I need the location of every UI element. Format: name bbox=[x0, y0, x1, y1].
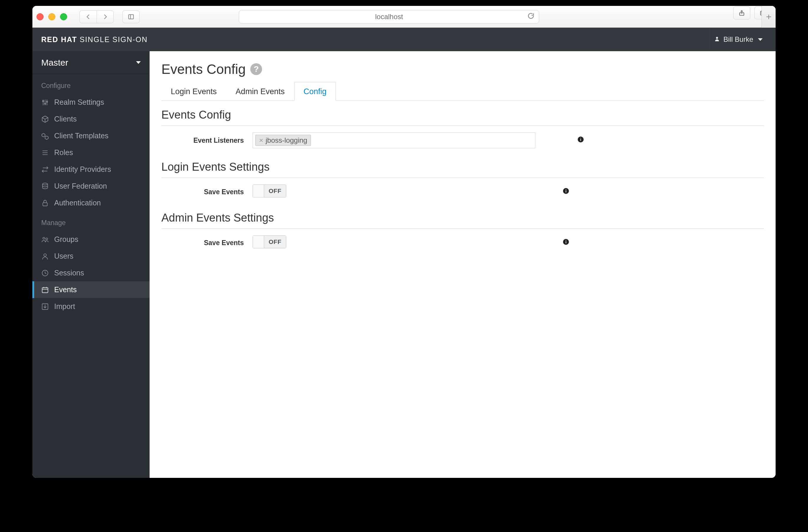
clock-icon bbox=[41, 269, 49, 277]
sidebar-item-label: User Federation bbox=[54, 182, 107, 190]
svg-rect-24 bbox=[42, 287, 48, 292]
realm-name: Master bbox=[41, 58, 68, 68]
sidebar-item-authentication[interactable]: Authentication bbox=[32, 194, 150, 211]
share-button[interactable] bbox=[733, 6, 750, 19]
sidebar-item-groups[interactable]: Groups bbox=[32, 231, 150, 248]
sidebar-item-label: Sessions bbox=[54, 269, 84, 277]
label-admin-save-events: Save Events bbox=[161, 239, 253, 247]
info-icon[interactable] bbox=[577, 136, 584, 143]
tabs: Login Events Admin Events Config bbox=[161, 82, 764, 101]
sidebar-item-label: Realm Settings bbox=[54, 98, 104, 107]
page-title-text: Events Config bbox=[161, 61, 245, 77]
forward-button[interactable] bbox=[96, 10, 114, 23]
sidebar-item-label: Import bbox=[54, 302, 75, 311]
row-event-listeners: Event Listeners × jboss-logging bbox=[161, 127, 764, 154]
sidebar-item-user-federation[interactable]: User Federation bbox=[32, 178, 150, 194]
section-label-manage: Manage bbox=[32, 211, 150, 231]
new-tab-button[interactable]: + bbox=[761, 6, 776, 28]
svg-rect-35 bbox=[566, 189, 566, 190]
toggle-knob bbox=[253, 236, 264, 248]
chip-jboss-logging[interactable]: × jboss-logging bbox=[255, 135, 311, 146]
info-icon[interactable] bbox=[563, 238, 569, 245]
brand-bold: RED HAT bbox=[41, 35, 77, 43]
sidebar-item-identity-providers[interactable]: Identity Providers bbox=[32, 161, 150, 178]
lock-icon bbox=[41, 199, 49, 207]
user-name: Bill Burke bbox=[723, 35, 753, 43]
close-window-button[interactable] bbox=[37, 13, 43, 20]
tab-login-events[interactable]: Login Events bbox=[161, 82, 226, 101]
section-admin-events: Admin Events Settings bbox=[161, 212, 764, 229]
sidebar-item-label: Client Templates bbox=[54, 132, 108, 140]
svg-rect-0 bbox=[129, 14, 134, 19]
row-login-save-events: Save Events OFF bbox=[161, 179, 764, 205]
sidebar-item-users[interactable]: Users bbox=[32, 248, 150, 265]
sidebar-item-label: Events bbox=[54, 285, 77, 294]
sliders-icon bbox=[41, 99, 49, 106]
sidebar-item-clients[interactable]: Clients bbox=[32, 111, 150, 128]
svg-point-22 bbox=[44, 254, 47, 256]
tab-label: Login Events bbox=[171, 87, 217, 96]
window-controls bbox=[37, 13, 67, 20]
label-login-save-events: Save Events bbox=[161, 188, 253, 196]
event-listeners-input[interactable]: × jboss-logging bbox=[253, 132, 535, 148]
sidebar-item-realm-settings[interactable]: Realm Settings bbox=[32, 94, 150, 111]
browser-window: localhost + RED HAT SINGLE SIGN-ON Bill … bbox=[32, 6, 776, 478]
help-icon[interactable]: ? bbox=[250, 63, 262, 75]
sidebar-item-sessions[interactable]: Sessions bbox=[32, 265, 150, 281]
sidebar-toggle-button[interactable] bbox=[123, 10, 140, 23]
svg-point-21 bbox=[45, 238, 48, 240]
app-header: RED HAT SINGLE SIGN-ON Bill Burke bbox=[32, 28, 776, 51]
svg-rect-34 bbox=[566, 190, 566, 192]
cube-icon bbox=[41, 115, 49, 123]
info-icon[interactable] bbox=[563, 187, 569, 194]
page-title: Events Config ? bbox=[161, 61, 764, 77]
tab-admin-events[interactable]: Admin Events bbox=[226, 82, 294, 101]
toggle-state: OFF bbox=[264, 185, 286, 197]
realm-selector[interactable]: Master bbox=[32, 51, 150, 74]
fullscreen-window-button[interactable] bbox=[60, 13, 67, 20]
toggle-knob bbox=[253, 185, 264, 197]
chip-label: jboss-logging bbox=[265, 136, 307, 145]
sidebar-item-events[interactable]: Events bbox=[32, 281, 150, 298]
sidebar-item-import[interactable]: Import bbox=[32, 298, 150, 315]
toggle-state: OFF bbox=[264, 236, 286, 248]
browser-chrome: localhost + bbox=[32, 6, 776, 28]
sidebar-item-label: Authentication bbox=[54, 198, 101, 207]
cubes-icon bbox=[41, 132, 49, 140]
svg-rect-19 bbox=[43, 203, 47, 206]
database-icon bbox=[41, 183, 49, 190]
address-bar[interactable]: localhost bbox=[239, 10, 539, 23]
address-text: localhost bbox=[375, 13, 403, 21]
exchange-icon bbox=[41, 166, 49, 173]
sidebar-item-client-templates[interactable]: Client Templates bbox=[32, 128, 150, 144]
sidebar: Master Configure Realm Settings Clients bbox=[32, 51, 150, 478]
chevron-down-icon bbox=[136, 61, 141, 64]
list-icon bbox=[41, 149, 49, 156]
sidebar-item-label: Clients bbox=[54, 115, 77, 123]
sidebar-item-label: Groups bbox=[54, 235, 78, 244]
toggle-login-save-events[interactable]: OFF bbox=[253, 185, 286, 197]
sidebar-item-label: Users bbox=[54, 252, 73, 261]
svg-point-5 bbox=[716, 37, 718, 39]
brand-logo: RED HAT SINGLE SIGN-ON bbox=[41, 35, 148, 44]
minimize-window-button[interactable] bbox=[48, 13, 55, 20]
back-button[interactable] bbox=[79, 10, 96, 23]
tab-config[interactable]: Config bbox=[294, 82, 336, 101]
reload-icon[interactable] bbox=[527, 12, 535, 21]
remove-chip-icon[interactable]: × bbox=[259, 137, 263, 144]
toggle-admin-save-events[interactable]: OFF bbox=[253, 235, 286, 248]
calendar-icon bbox=[41, 286, 49, 294]
svg-point-18 bbox=[42, 183, 48, 185]
section-login-events: Login Events Settings bbox=[161, 161, 764, 178]
svg-rect-38 bbox=[566, 240, 566, 241]
sidebar-item-roles[interactable]: Roles bbox=[32, 144, 150, 161]
main-content: Events Config ? Login Events Admin Event… bbox=[150, 51, 776, 478]
sidebar-item-label: Roles bbox=[54, 148, 73, 157]
section-label-configure: Configure bbox=[32, 74, 150, 94]
svg-rect-37 bbox=[566, 241, 566, 243]
label-event-listeners: Event Listeners bbox=[161, 136, 253, 145]
user-icon bbox=[41, 252, 49, 260]
group-icon bbox=[41, 236, 49, 243]
tab-label: Config bbox=[304, 87, 327, 96]
user-menu[interactable]: Bill Burke bbox=[710, 28, 767, 51]
